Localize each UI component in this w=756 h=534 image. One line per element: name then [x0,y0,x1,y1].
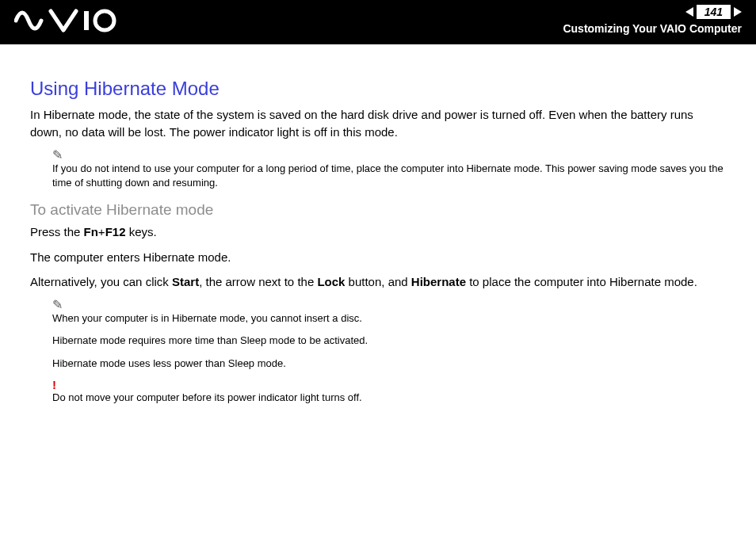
alt-t4: to place the computer into Hibernate mod… [466,275,697,288]
alt-lock: Lock [317,275,345,288]
tip-note-2: ✎ When your computer is in Hibernate mod… [52,299,726,405]
tip-note-1: ✎ If you do not intend to use your compu… [52,149,726,190]
tip-note-1-text: If you do not intend to use your compute… [52,162,726,190]
prev-page-icon[interactable] [685,7,693,17]
pencil-icon: ✎ [52,149,726,162]
page-header: 141 Customizing Your VAIO Computer [0,0,756,44]
alt-t3: button, and [345,275,410,288]
warning-icon: ! [52,379,726,391]
page-heading: Using Hibernate Mode [30,78,726,100]
press-suffix: keys. [125,225,156,238]
press-prefix: Press the [30,225,84,238]
key-f12: F12 [105,225,126,238]
key-plus: + [98,225,105,238]
vaio-logo-svg [14,8,117,33]
alt-t2: , the arrow next to the [199,275,317,288]
tip-note-2a: When your computer is in Hibernate mode,… [52,311,726,326]
alt-hibernate: Hibernate [411,275,466,288]
section-title: Customizing Your VAIO Computer [563,22,742,35]
alternative-line: Alternatively, you can click Start, the … [30,273,726,291]
enters-line: The computer enters Hibernate mode. [30,249,726,266]
next-page-icon[interactable] [734,7,742,17]
svg-rect-0 [84,11,89,30]
tip-note-2c: Hibernate mode uses less power than Slee… [52,357,726,371]
svg-point-1 [95,11,114,30]
alt-t1: Alternatively, you can click [30,275,172,288]
pencil-icon: ✎ [52,299,726,311]
tip-note-2b: Hibernate mode requires more time than S… [52,334,726,348]
press-keys-line: Press the Fn+F12 keys. [30,223,726,241]
vaio-logo [14,8,117,33]
page-number: 141 [697,5,731,19]
key-fn: Fn [84,225,98,238]
page-nav: 141 [685,5,742,19]
warning-text: Do not move your computer before its pow… [52,391,726,405]
subheading: To activate Hibernate mode [30,201,726,219]
alt-start: Start [172,275,199,288]
intro-paragraph: In Hibernate mode, the state of the syst… [30,106,726,141]
page-content: Using Hibernate Mode In Hibernate mode, … [0,44,756,405]
